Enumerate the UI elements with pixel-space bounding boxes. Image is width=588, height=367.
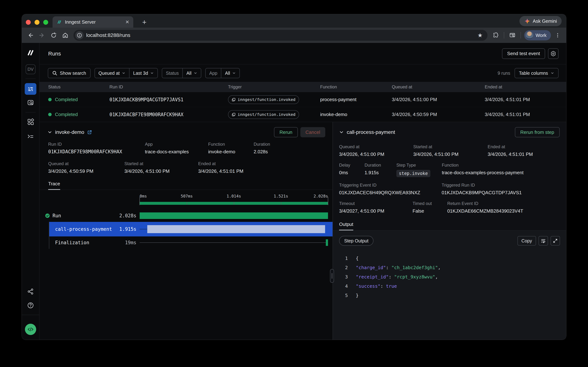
profile-button[interactable]: Work <box>524 30 551 40</box>
step-field-step-type: Step Type step.invoke <box>396 163 442 177</box>
field-queued-at: Queued at 3/4/2026, 4:50:59 PM <box>48 161 124 174</box>
browser-window: Inngest Server ✕ + Ask Gemini <box>22 14 566 340</box>
new-tab-button[interactable]: + <box>140 17 149 27</box>
sidebar-item-apps[interactable] <box>25 117 36 127</box>
step-field-triggered-run: Triggered Run ID 01KJXDACKB9MPQACGTDP7JA… <box>442 183 566 195</box>
gemini-sparkle-icon <box>524 18 530 24</box>
back-icon[interactable] <box>25 30 35 40</box>
site-info-icon[interactable] <box>75 31 84 40</box>
status-filter: Status All <box>162 68 201 78</box>
time-range-select[interactable]: Last 3d <box>129 68 157 78</box>
reload-icon[interactable] <box>49 30 58 40</box>
triggered-run-link[interactable]: 01KJXDACKB9MPQACGTDP7JAVS1 <box>442 190 566 195</box>
browser-menu-icon[interactable] <box>553 30 563 40</box>
code-line: 2"charge_id": "ch_1abc2def3ghi", <box>339 263 560 272</box>
status-cell: Completed <box>48 97 109 102</box>
extensions-icon[interactable] <box>491 30 501 40</box>
toolbar-separator <box>521 32 521 39</box>
trigger-pill[interactable]: inngest/function.invoked <box>228 110 299 119</box>
rerun-from-step-button[interactable]: Rerun from step <box>515 127 560 137</box>
event-icon <box>232 98 236 102</box>
browser-toolbar: localhost:8288/runs ★ Work <box>22 28 566 43</box>
trace-span-run[interactable]: Run 2.028s <box>40 209 332 222</box>
sidebar-item-runs[interactable] <box>25 83 36 95</box>
trigger-cell: inngest/function.invoked <box>228 95 320 104</box>
sidebar-item-functions[interactable] <box>25 131 36 142</box>
queued-at-cell: 3/4/2026, 4:50:59 PM <box>392 112 485 117</box>
copy-button[interactable]: Copy <box>517 236 536 245</box>
send-test-event-button[interactable]: Send test event <box>502 48 545 59</box>
app-select[interactable]: All <box>221 68 240 78</box>
chevron-down-icon[interactable] <box>48 130 52 134</box>
step-field-started-at: Started at 3/4/2026, 4:51:00 PM <box>413 144 488 157</box>
column-header-function[interactable]: Function <box>320 84 392 90</box>
return-event-link[interactable]: 01KJXDAE66CMZMB28439023V4T <box>447 208 566 214</box>
url-text[interactable]: localhost:8288/runs <box>86 32 472 38</box>
bookmark-star-icon[interactable]: ★ <box>475 32 485 39</box>
triggering-event-link[interactable]: 01KJXDACEC6H49QRQXWEA93NXZ <box>339 190 442 195</box>
env-badge[interactable]: DV <box>26 64 35 74</box>
table-columns-button[interactable]: Table columns <box>514 68 559 78</box>
trace-span-finalization[interactable]: Finalization 19ms <box>49 236 332 249</box>
help-icon[interactable] <box>25 300 36 310</box>
minimize-window-button[interactable] <box>34 20 40 25</box>
column-header-ended-at[interactable]: Ended at <box>485 84 566 90</box>
field-app: App trace-docs-examples <box>145 142 208 155</box>
function-link[interactable]: invoke-demo <box>208 149 254 155</box>
home-icon[interactable] <box>60 30 70 40</box>
show-search-button[interactable]: Show search <box>48 68 91 78</box>
trace-minimap[interactable] <box>140 202 328 205</box>
settings-button[interactable] <box>548 48 559 59</box>
toolbar-separator <box>504 32 504 39</box>
trigger-pill[interactable]: inngest/function.invoked <box>228 95 299 104</box>
chevron-down-icon <box>150 71 154 75</box>
step-field-return-event: Return Event ID 01KJXDAE66CMZMB28439023V… <box>447 201 566 214</box>
step-name: call-process-payment <box>347 129 395 135</box>
code-line: 4"success": true <box>339 282 560 291</box>
table-row[interactable]: Completed 01KJXDACBF7E98M00RAFCK9HAX inn… <box>40 107 566 122</box>
trace-axis: 0ms 507ms 1.014s 1.521s 2.028s <box>140 194 328 200</box>
share-icon[interactable] <box>25 286 36 297</box>
traffic-lights <box>26 20 48 25</box>
expand-button[interactable] <box>551 236 560 245</box>
trigger-cell: inngest/function.invoked <box>228 110 320 119</box>
function-cell: process-payment <box>320 97 392 102</box>
step-output-toggle[interactable]: Step Output <box>339 236 373 246</box>
ask-gemini-button[interactable]: Ask Gemini <box>520 16 562 26</box>
chevron-down-icon <box>122 71 125 75</box>
tab-close-icon[interactable]: ✕ <box>125 20 129 24</box>
url-bar[interactable]: localhost:8288/runs ★ <box>74 30 488 41</box>
step-function-link[interactable]: trace-docs-examples-process-payment <box>442 170 566 175</box>
column-header-status[interactable]: Status <box>48 84 109 90</box>
tab-trace[interactable]: Trace <box>48 181 60 190</box>
tab-output[interactable]: Output <box>339 222 353 230</box>
zoom-window-button[interactable] <box>43 20 48 25</box>
chevron-down-icon[interactable] <box>339 130 344 134</box>
app-link[interactable]: trace-docs-examples <box>145 149 208 155</box>
external-link-icon[interactable] <box>87 130 92 135</box>
close-window-button[interactable] <box>26 20 31 25</box>
run-name: invoke-demo <box>55 129 84 135</box>
rerun-button[interactable]: Rerun <box>274 127 298 137</box>
queued-at-cell: 3/4/2026, 4:51:00 PM <box>392 97 485 102</box>
column-header-queued-at[interactable]: Queued at <box>392 84 485 90</box>
dev-code-button[interactable] <box>25 324 36 335</box>
trace-span-call-process-payment[interactable]: call-process-payment 1.915s <box>49 222 332 236</box>
run-detail-pane: invoke-demo Rerun Cancel Run ID 01KJXDAC… <box>40 122 332 340</box>
chevron-down-icon <box>194 71 197 75</box>
time-field-select[interactable]: Queued at <box>95 68 129 78</box>
cancel-button[interactable]: Cancel <box>300 127 325 137</box>
column-header-trigger[interactable]: Trigger <box>228 84 320 90</box>
sidebar-divider <box>25 112 36 112</box>
pane-resize-handle[interactable] <box>330 269 334 283</box>
word-wrap-button[interactable] <box>538 236 548 245</box>
table-row[interactable]: Completed 01KJXDACKB9MPQACGTDP7JAVS1 inn… <box>40 92 566 107</box>
runs-table-header: Status Run ID Trigger Function Queued at… <box>40 82 566 92</box>
status-select[interactable]: All <box>182 68 201 78</box>
page-header: Runs Send test event <box>40 43 566 64</box>
column-header-run-id[interactable]: Run ID <box>109 84 228 90</box>
tab-search-icon[interactable] <box>507 30 517 40</box>
forward-icon[interactable] <box>37 30 47 40</box>
sidebar-item-events[interactable] <box>25 98 36 108</box>
browser-tab[interactable]: Inngest Server ✕ <box>53 16 133 28</box>
